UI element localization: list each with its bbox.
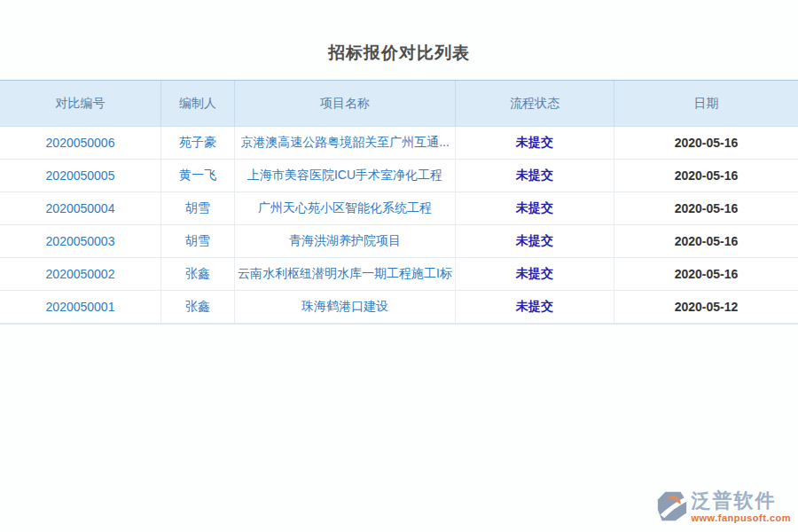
table-row: 2020050002 张鑫 云南水利枢纽潜明水库一期工程施工I标 未提交 202… <box>0 258 798 291</box>
fanpu-logo-icon <box>655 489 689 523</box>
project-name-link[interactable]: 青海洪湖养护院项目 <box>235 225 456 257</box>
project-name-link[interactable]: 云南水利枢纽潜明水库一期工程施工I标 <box>235 258 456 290</box>
comparison-id-link[interactable]: 2020050005 <box>0 160 161 192</box>
header-author: 编制人 <box>161 81 235 126</box>
author-link[interactable]: 张鑫 <box>161 291 235 323</box>
comparison-id-link[interactable]: 2020050003 <box>0 225 161 257</box>
comparison-id-link[interactable]: 2020050001 <box>0 291 161 323</box>
page-title: 招标报价对比列表 <box>0 42 798 65</box>
table-row: 2020050004 胡雪 广州天心苑小区智能化系统工程 未提交 2020-05… <box>0 192 798 225</box>
author-link[interactable]: 胡雪 <box>161 192 235 224</box>
status-label: 未提交 <box>456 291 614 323</box>
status-label: 未提交 <box>456 160 614 192</box>
date-value: 2020-05-16 <box>614 225 798 257</box>
date-value: 2020-05-16 <box>614 127 798 159</box>
fanpu-logo-text: 泛普软件 <box>691 489 776 512</box>
comparison-table: 对比编号 编制人 项目名称 流程状态 日期 2020050006 苑子豪 京港澳… <box>0 80 798 325</box>
status-label: 未提交 <box>456 258 614 290</box>
table-row: 2020050003 胡雪 青海洪湖养护院项目 未提交 2020-05-16 <box>0 225 798 258</box>
date-value: 2020-05-16 <box>614 160 798 192</box>
header-comparison-id: 对比编号 <box>0 81 161 126</box>
status-label: 未提交 <box>456 225 614 257</box>
project-name-link[interactable]: 京港澳高速公路粤境韶关至广州互通... <box>235 127 456 159</box>
author-link[interactable]: 黄一飞 <box>161 160 235 192</box>
header-flow-status: 流程状态 <box>456 81 614 126</box>
author-link[interactable]: 苑子豪 <box>161 127 235 159</box>
author-link[interactable]: 胡雪 <box>161 225 235 257</box>
date-value: 2020-05-12 <box>614 291 798 323</box>
author-link[interactable]: 张鑫 <box>161 258 235 290</box>
table-row: 2020050006 苑子豪 京港澳高速公路粤境韶关至广州互通... 未提交 2… <box>0 127 798 160</box>
project-name-link[interactable]: 珠海鹤港口建设 <box>235 291 456 323</box>
fanpu-logo-text-wrap: 泛普软件 www.fanpusoft.com <box>691 489 791 523</box>
comparison-id-link[interactable]: 2020050002 <box>0 258 161 290</box>
table-header-row: 对比编号 编制人 项目名称 流程状态 日期 <box>0 81 798 127</box>
table-row: 2020050005 黄一飞 上海市美容医院ICU手术室净化工程 未提交 202… <box>0 160 798 192</box>
comparison-id-link[interactable]: 2020050004 <box>0 192 161 224</box>
date-value: 2020-05-16 <box>614 192 798 224</box>
table-row: 2020050001 张鑫 珠海鹤港口建设 未提交 2020-05-12 <box>0 291 798 324</box>
status-label: 未提交 <box>456 127 614 159</box>
header-project-name: 项目名称 <box>235 81 456 126</box>
fanpu-logo-url: www.fanpusoft.com <box>691 512 791 523</box>
comparison-id-link[interactable]: 2020050006 <box>0 127 161 159</box>
project-name-link[interactable]: 上海市美容医院ICU手术室净化工程 <box>235 160 456 192</box>
header-date: 日期 <box>614 81 798 126</box>
fanpu-logo-link[interactable]: 泛普软件 www.fanpusoft.com <box>655 489 791 523</box>
project-name-link[interactable]: 广州天心苑小区智能化系统工程 <box>235 192 456 224</box>
status-label: 未提交 <box>456 192 614 224</box>
date-value: 2020-05-16 <box>614 258 798 290</box>
